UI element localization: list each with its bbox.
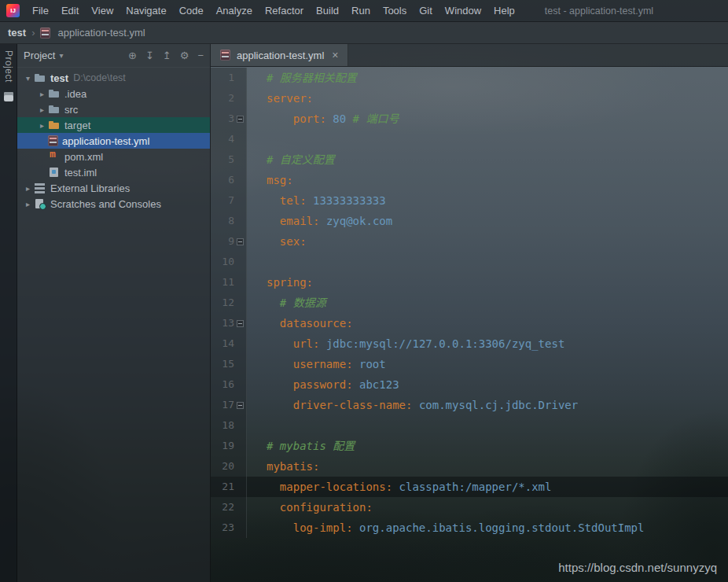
menu-git[interactable]: Git <box>413 0 439 21</box>
token-key: spring: <box>267 276 313 289</box>
code-line-21[interactable]: 21 mapper-locations: classpath:/mapper/*… <box>211 477 728 497</box>
fold-marker-icon[interactable] <box>234 313 246 333</box>
code-line-4[interactable]: 4 <box>211 129 728 149</box>
menu-code[interactable]: Code <box>173 0 210 21</box>
code-text: datasource: <box>247 313 353 333</box>
code-line-16[interactable]: 16 password: abc123 <box>211 374 728 395</box>
menu-tools[interactable]: Tools <box>377 0 413 21</box>
code-line-5[interactable]: 5# 自定义配置 <box>211 149 728 170</box>
fold-spacer <box>234 456 246 477</box>
yml-icon <box>48 135 58 146</box>
code-text: # mybatis 配置 <box>247 436 355 456</box>
fold-marker-icon[interactable] <box>234 231 246 252</box>
line-number: 8 <box>211 211 234 231</box>
code-line-12[interactable]: 12 # 数据源 <box>211 293 728 313</box>
code-line-20[interactable]: 20mybatis: <box>211 456 728 477</box>
code-line-22[interactable]: 22 configuration: <box>211 497 728 518</box>
tree-item--idea[interactable]: ▸.idea <box>17 86 210 101</box>
expand-toggle-icon[interactable]: ▸ <box>36 90 48 98</box>
main-area: Project Project ▾testD:\code\test▸.idea▸… <box>0 44 728 582</box>
tree-item-test-iml[interactable]: test.iml <box>17 164 210 180</box>
tree-item-test[interactable]: ▾testD:\code\test <box>17 70 210 86</box>
line-number: 10 <box>211 252 234 272</box>
project-panel-title[interactable]: Project <box>24 50 55 61</box>
tab-application-test-yml[interactable]: application-test.yml × <box>211 44 348 66</box>
expand-toggle-icon[interactable]: ▾ <box>22 74 34 83</box>
code-line-6[interactable]: 6msg: <box>211 170 728 190</box>
token-key: url: <box>293 337 320 350</box>
code-line-13[interactable]: 13 datasource: <box>211 313 728 333</box>
menu-file[interactable]: File <box>26 0 55 21</box>
collapse-all-icon[interactable] <box>145 50 154 61</box>
hide-panel-icon[interactable] <box>197 50 204 61</box>
token-comment: # 自定义配置 <box>267 153 335 166</box>
line-number: 3 <box>211 109 234 129</box>
tree-item-target[interactable]: ▸target <box>17 117 210 133</box>
code-line-23[interactable]: 23 log-impl: org.apache.ibatis.logging.s… <box>211 518 728 538</box>
menu-help[interactable]: Help <box>487 0 521 21</box>
code-line-9[interactable]: 9 sex: <box>211 231 728 252</box>
fold-spacer <box>234 272 246 293</box>
tree-item-pom-xml[interactable]: pom.xml <box>17 149 210 164</box>
code-line-14[interactable]: 14 url: jdbc:mysql://127.0.0.1:3306/zyq_… <box>211 333 728 354</box>
line-number: 2 <box>211 88 234 109</box>
expand-all-icon[interactable] <box>163 50 171 61</box>
chevron-down-icon[interactable] <box>59 51 63 60</box>
project-stripe-button[interactable]: Project <box>3 50 14 83</box>
code-line-3[interactable]: 3 port: 80 # 端口号 <box>211 109 728 129</box>
code-text: password: abc123 <box>247 374 399 395</box>
menu-navigate[interactable]: Navigate <box>119 0 172 21</box>
code-text: # 自定义配置 <box>247 149 335 170</box>
token-key: email: <box>280 215 320 227</box>
token-plain <box>267 378 293 391</box>
code-editor[interactable]: 1# 服务器相关配置2server:3 port: 80 # 端口号45# 自定… <box>211 67 728 582</box>
tree-item-scratches-and-consoles[interactable]: ▸Scratches and Consoles <box>17 196 210 212</box>
code-line-7[interactable]: 7 tel: 13333333333 <box>211 190 728 211</box>
expand-toggle-icon[interactable]: ▸ <box>22 200 34 208</box>
fold-marker-icon[interactable] <box>234 395 246 415</box>
line-number: 1 <box>211 68 234 88</box>
chevron-right-icon <box>31 27 35 39</box>
token-plain <box>307 194 313 207</box>
settings-gear-icon[interactable] <box>180 50 189 61</box>
line-number: 23 <box>211 518 234 538</box>
code-line-11[interactable]: 11spring: <box>211 272 728 293</box>
menu-edit[interactable]: Edit <box>55 0 85 21</box>
token-comment: # 数据源 <box>280 297 326 309</box>
tree-item-label: pom.xml <box>64 151 103 163</box>
code-line-17[interactable]: 17 driver-class-name: com.mysql.cj.jdbc.… <box>211 395 728 415</box>
code-line-1[interactable]: 1# 服务器相关配置 <box>211 68 728 88</box>
tree-item-external-libraries[interactable]: ▸External Libraries <box>17 180 210 196</box>
expand-toggle-icon[interactable]: ▸ <box>36 105 48 114</box>
gutter: 14 <box>211 333 247 354</box>
code-line-15[interactable]: 15 username: root <box>211 354 728 374</box>
menu-window[interactable]: Window <box>439 0 487 21</box>
code-line-8[interactable]: 8 email: zyq@ok.com <box>211 211 728 231</box>
code-text <box>247 252 267 272</box>
menu-run[interactable]: Run <box>345 0 377 21</box>
close-tab-icon[interactable]: × <box>332 49 338 61</box>
menu-view[interactable]: View <box>85 0 119 21</box>
code-line-18[interactable]: 18 <box>211 415 728 436</box>
project-panel: Project ▾testD:\code\test▸.idea▸src▸targ… <box>17 44 211 582</box>
line-number: 18 <box>211 415 234 436</box>
menu-bar: IJ FileEditViewNavigateCodeAnalyzeRefact… <box>0 0 728 22</box>
code-line-2[interactable]: 2server: <box>211 88 728 109</box>
tool-window-icon[interactable] <box>4 92 13 101</box>
code-text: # 服务器相关配置 <box>247 68 357 88</box>
expand-toggle-icon[interactable]: ▸ <box>36 121 48 130</box>
breadcrumb-file[interactable]: application-test.yml <box>57 27 145 39</box>
code-line-19[interactable]: 19# mybatis 配置 <box>211 436 728 456</box>
token-comment: # 服务器相关配置 <box>267 72 357 84</box>
menu-refactor[interactable]: Refactor <box>259 0 310 21</box>
fold-marker-icon[interactable] <box>234 109 246 129</box>
tree-item-application-test-yml[interactable]: application-test.yml <box>17 133 210 149</box>
locate-file-icon[interactable] <box>128 50 137 61</box>
code-line-10[interactable]: 10 <box>211 252 728 272</box>
code-text <box>247 415 267 436</box>
menu-analyze[interactable]: Analyze <box>210 0 259 21</box>
expand-toggle-icon[interactable]: ▸ <box>22 184 34 193</box>
menu-build[interactable]: Build <box>310 0 345 21</box>
tree-item-src[interactable]: ▸src <box>17 101 210 117</box>
breadcrumb-project[interactable]: test <box>8 27 26 39</box>
